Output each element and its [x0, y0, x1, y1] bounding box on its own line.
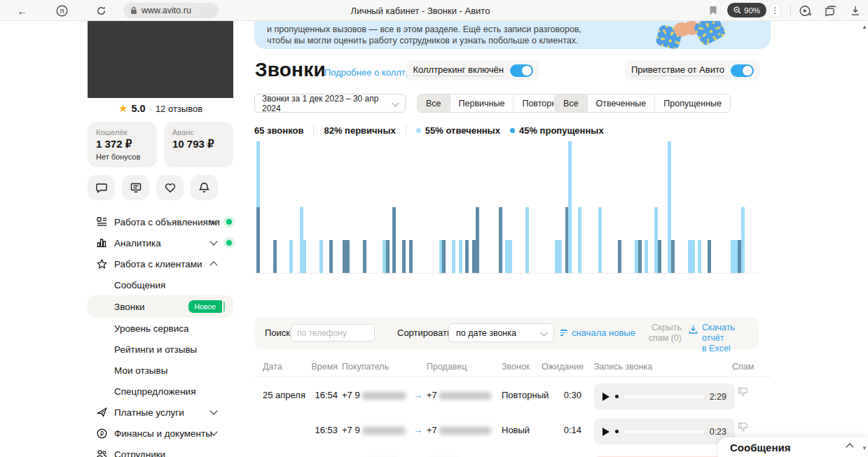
- sidebar-item-мои-отзывы[interactable]: Мои отзывы: [88, 360, 233, 381]
- seller-rating[interactable]: ★ 5.0 · 12 отзывов: [88, 98, 233, 119]
- people-icon: [96, 449, 107, 457]
- sidebar-item-сотрудники[interactable]: Сотрудники: [88, 444, 233, 457]
- period-select[interactable]: Звонки за 1 дек 2023 – 30 апр 2024: [254, 94, 406, 113]
- chart-bar-answered[interactable]: [691, 240, 695, 273]
- chart-bar-missed[interactable]: [708, 240, 711, 273]
- sidebar-item-сообщения[interactable]: Сообщения: [88, 274, 233, 295]
- sidebar-item-спецпредложения[interactable]: Спецпредложения: [88, 381, 233, 402]
- favorites-icon[interactable]: [156, 175, 184, 200]
- chart-bar-answered[interactable]: [319, 240, 323, 273]
- chart-bar-answered[interactable]: [645, 240, 648, 273]
- ruble-icon: ₽: [96, 428, 107, 439]
- browser-menu-icon[interactable]: ⋮: [769, 3, 781, 17]
- chart-bar-answered[interactable]: [289, 240, 293, 273]
- stat-3: 45% пропущенных: [510, 125, 604, 136]
- tab-status-1[interactable]: Отвеченные: [587, 94, 655, 112]
- svg-text:₽: ₽: [99, 430, 104, 437]
- scroll-down-icon[interactable]: ▼: [861, 445, 868, 451]
- calltracking-toggle[interactable]: [510, 64, 533, 77]
- chart-bar-missed[interactable]: [499, 207, 502, 273]
- play-icon[interactable]: [602, 428, 609, 436]
- chart-bar-answered[interactable]: [741, 207, 745, 273]
- tab-type-1[interactable]: Первичные: [450, 94, 514, 112]
- progress-track[interactable]: [624, 430, 704, 433]
- playhead-dot[interactable]: [615, 395, 619, 398]
- chart-bar-missed[interactable]: [392, 207, 396, 273]
- chart-bar-answered[interactable]: [256, 141, 260, 207]
- advance-card[interactable]: Аванс 10 793 ₽: [164, 122, 233, 167]
- media-play-icon[interactable]: [796, 0, 814, 21]
- sort-select-value: по дате звонка: [456, 328, 516, 338]
- url-text: www.avito.ru: [142, 6, 191, 15]
- sidebar-item-платные-услуги[interactable]: Платные услуги: [88, 402, 233, 423]
- chart-bar-missed[interactable]: [409, 240, 413, 273]
- chart-bar-missed[interactable]: [402, 240, 406, 273]
- chart-bar-missed[interactable]: [671, 240, 675, 273]
- chart-bar-answered[interactable]: [568, 141, 572, 273]
- messenger-widget[interactable]: Сообщения: [718, 437, 868, 457]
- profile-photo[interactable]: [88, 21, 233, 98]
- audio-player[interactable]: 2:29: [594, 384, 735, 409]
- chevron-down-icon: [541, 330, 548, 337]
- sidebar-item-рейтинги-и-отзывы[interactable]: Рейтинги и отзывы: [88, 339, 233, 360]
- chart-bar-missed[interactable]: [363, 240, 366, 273]
- refresh-icon[interactable]: [91, 0, 111, 21]
- address-bar[interactable]: www.avito.ru: [123, 3, 219, 18]
- downloads-icon[interactable]: [846, 0, 864, 21]
- sidebar-item-label: Платные услуги: [114, 407, 184, 418]
- play-icon[interactable]: [602, 393, 609, 401]
- my-ads-icon[interactable]: [122, 175, 149, 200]
- sidebar-item-звонки[interactable]: ЗвонкиНовое: [88, 295, 233, 318]
- search-input[interactable]: [291, 324, 375, 342]
- chart-bar-missed[interactable]: [465, 240, 469, 273]
- bookmark-icon[interactable]: [705, 0, 722, 21]
- chart-bar-answered[interactable]: [459, 240, 462, 273]
- chart-bar-answered[interactable]: [558, 240, 562, 273]
- notifications-icon[interactable]: [191, 175, 218, 200]
- sidebar-item-аналитика[interactable]: Аналитика: [88, 232, 233, 253]
- download-report-link[interactable]: Скачать отчётв Excel: [689, 323, 759, 354]
- hide-spam-button[interactable]: Скрыть спам (0): [621, 323, 682, 344]
- tab-status-0[interactable]: Все: [555, 94, 587, 112]
- chart-bar-missed[interactable]: [638, 240, 642, 273]
- chart-bar-missed[interactable]: [442, 240, 446, 273]
- wallet-card[interactable]: Кошелёк 1 372 ₽ Нет бонусов: [88, 122, 157, 167]
- chat-icon[interactable]: [88, 175, 115, 200]
- tab-status-2[interactable]: Пропущенные: [654, 94, 730, 112]
- chart-bar-missed[interactable]: [273, 240, 277, 273]
- sidebar-item-работа-с-клиентами[interactable]: Работа с клиентами: [88, 253, 233, 274]
- col-header-2: Покупатель: [342, 362, 389, 372]
- chart-bar-answered[interactable]: [698, 240, 701, 273]
- chart-bar-missed[interactable]: [618, 240, 621, 273]
- sidebar-item-финансы-и-документы[interactable]: ₽Финансы и документы: [88, 423, 233, 444]
- chart-bar-missed[interactable]: [386, 240, 390, 273]
- tab-type-0[interactable]: Все: [418, 94, 450, 112]
- chart-bar-answered[interactable]: [303, 240, 306, 273]
- sidebar-item-уровень-сервиса[interactable]: Уровень сервиса: [88, 318, 233, 339]
- spam-thumbs-down-icon[interactable]: [738, 387, 748, 398]
- chart-bar-answered[interactable]: [509, 240, 512, 273]
- extension-icon[interactable]: [821, 0, 839, 21]
- back-icon[interactable]: ←: [13, 0, 32, 21]
- playhead-dot[interactable]: [615, 430, 619, 433]
- sort-select[interactable]: по дате звонка: [448, 323, 554, 342]
- yandex-browser-icon[interactable]: Я: [52, 0, 71, 21]
- chart-bar-missed[interactable]: [476, 207, 479, 273]
- spam-thumbs-down-icon[interactable]: [738, 422, 748, 433]
- chart-bar-missed[interactable]: [256, 207, 260, 273]
- chart-bar-answered[interactable]: [452, 240, 455, 273]
- sidebar-item-работа-с-объявлениями[interactable]: Работа с объявлениями: [88, 211, 233, 232]
- scroll-up-icon[interactable]: ▲: [861, 24, 868, 30]
- page-scrollbar[interactable]: ▲ ▼: [861, 21, 868, 457]
- audio-player[interactable]: 0:23: [594, 419, 735, 444]
- chart-bar-missed[interactable]: [658, 240, 661, 273]
- chart-bar-answered[interactable]: [525, 207, 529, 273]
- chart-bar-missed[interactable]: [346, 240, 350, 273]
- zoom-badge[interactable]: 90%: [727, 3, 766, 17]
- chart-bar-answered[interactable]: [578, 207, 581, 273]
- chart-bar-missed[interactable]: [329, 240, 333, 273]
- chart-bar-answered[interactable]: [598, 207, 602, 273]
- greeting-toggle[interactable]: [731, 64, 754, 77]
- progress-track[interactable]: [624, 395, 704, 398]
- wallet-value: 1 372 ₽: [96, 138, 149, 150]
